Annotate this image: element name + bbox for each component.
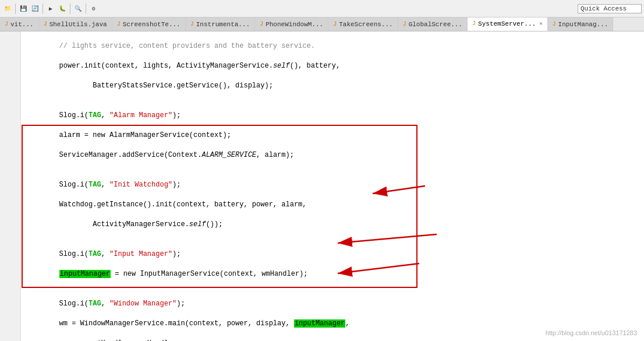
tab-icon-inputmanag: J bbox=[553, 21, 556, 27]
tab-label-inputmanag: InputManag... bbox=[558, 21, 608, 28]
tab-bar: J vit... J ShellUtils.java J ScreenshotT… bbox=[0, 17, 644, 31]
tab-label-shellutils: ShellUtils.java bbox=[49, 21, 107, 28]
tab-takescreens[interactable]: J TakeScreens... bbox=[328, 17, 398, 31]
tab-icon-phonewindow: J bbox=[260, 21, 263, 27]
tab-label-phonewindow: PhoneWindowM... bbox=[266, 21, 323, 28]
tab-icon-systemserver: J bbox=[472, 20, 476, 27]
tab-label-instrumenta: Instrumenta... bbox=[196, 21, 250, 28]
tab-label-screenshot: ScreenshotTe... bbox=[123, 21, 181, 28]
tab-icon-globalscree: J bbox=[403, 21, 406, 27]
tab-icon-takescreens: J bbox=[333, 21, 337, 27]
tab-phonewindow[interactable]: J PhoneWindowM... bbox=[255, 17, 328, 31]
tab-instrumenta[interactable]: J Instrumenta... bbox=[186, 17, 255, 31]
code-line-18: uiHandler, wmHandler, bbox=[26, 339, 639, 341]
code-content: // lights service, content providers and… bbox=[0, 31, 644, 341]
code-line-7: ServiceManager.addService(Context.ALARM_… bbox=[26, 150, 639, 160]
separator-4 bbox=[86, 3, 86, 14]
tab-inputmanag[interactable]: J InputManag... bbox=[548, 17, 614, 31]
separator-1 bbox=[15, 3, 16, 14]
code-line-6: alarm = new AlarmManagerService(context)… bbox=[26, 131, 639, 140]
toolbar-icon-run[interactable]: ▶ bbox=[45, 3, 56, 14]
code-line-17: wm = WindowManagerService.main(context, … bbox=[26, 319, 639, 329]
code-lines[interactable]: // lights service, content providers and… bbox=[21, 31, 644, 341]
tab-icon-instrumenta: J bbox=[190, 21, 194, 27]
toolbar-icon-1[interactable]: 📁 bbox=[2, 3, 13, 14]
tab-label-takescreens: TakeScreens... bbox=[339, 21, 392, 28]
code-line-13: Slog.i(TAG, "Input Manager"); bbox=[26, 249, 639, 259]
code-line-11: ActivityManagerService.self()); bbox=[26, 220, 639, 230]
tab-icon-vit: J bbox=[5, 21, 8, 27]
separator-3 bbox=[70, 3, 70, 14]
main-toolbar: 📁 💾 🔄 ▶ 🐛 🔍 ⚙ Quick Access bbox=[0, 0, 644, 17]
code-editor[interactable]: // lights service, content providers and… bbox=[0, 31, 644, 341]
code-line-5: Slog.i(TAG, "Alarm Manager"); bbox=[26, 111, 639, 121]
toolbar-icon-3[interactable]: 🔄 bbox=[30, 3, 40, 14]
tab-label-globalscree: GlobalScree... bbox=[409, 21, 462, 28]
code-line-10: Watchdog.getInstance().init(context, bat… bbox=[26, 200, 639, 210]
code-line-9: Slog.i(TAG, "Init Watchdog"); bbox=[26, 180, 639, 190]
code-line-14: inputManager = new InputManagerService(c… bbox=[26, 269, 639, 279]
toolbar-icon-search[interactable]: 🔍 bbox=[73, 3, 83, 14]
code-line-1: // lights service, content providers and… bbox=[26, 41, 639, 51]
code-line-3: BatteryStatsService.getService(), displa… bbox=[26, 81, 639, 91]
tab-globalscree[interactable]: J GlobalScree... bbox=[398, 17, 468, 31]
watermark: http://blog.csdn.net/u013171283 bbox=[546, 329, 637, 336]
tab-icon-shellutils: J bbox=[44, 21, 47, 27]
line-numbers bbox=[0, 31, 21, 341]
tab-close-systemserver[interactable]: ✕ bbox=[539, 20, 542, 27]
toolbar-icon-settings[interactable]: ⚙ bbox=[89, 3, 99, 14]
tab-vit[interactable]: J vit... bbox=[0, 17, 39, 31]
tab-systemserver[interactable]: J SystemServer... ✕ bbox=[468, 17, 547, 31]
tab-label-vit: vit... bbox=[10, 21, 34, 28]
code-line-2: power.init(context, lights, ActivityMana… bbox=[26, 61, 639, 71]
code-line-16: Slog.i(TAG, "Window Manager"); bbox=[26, 299, 639, 309]
toolbar-icon-debug[interactable]: 🐛 bbox=[57, 3, 68, 14]
tab-screenshot[interactable]: J ScreenshotTe... bbox=[112, 17, 186, 31]
quick-access-field[interactable]: Quick Access bbox=[578, 4, 642, 13]
tab-shellutils[interactable]: J ShellUtils.java bbox=[39, 17, 112, 31]
toolbar-icon-2[interactable]: 💾 bbox=[18, 3, 29, 14]
separator-2 bbox=[43, 3, 43, 14]
tab-icon-screenshot: J bbox=[117, 21, 121, 27]
tab-label-systemserver: SystemServer... bbox=[478, 20, 536, 27]
